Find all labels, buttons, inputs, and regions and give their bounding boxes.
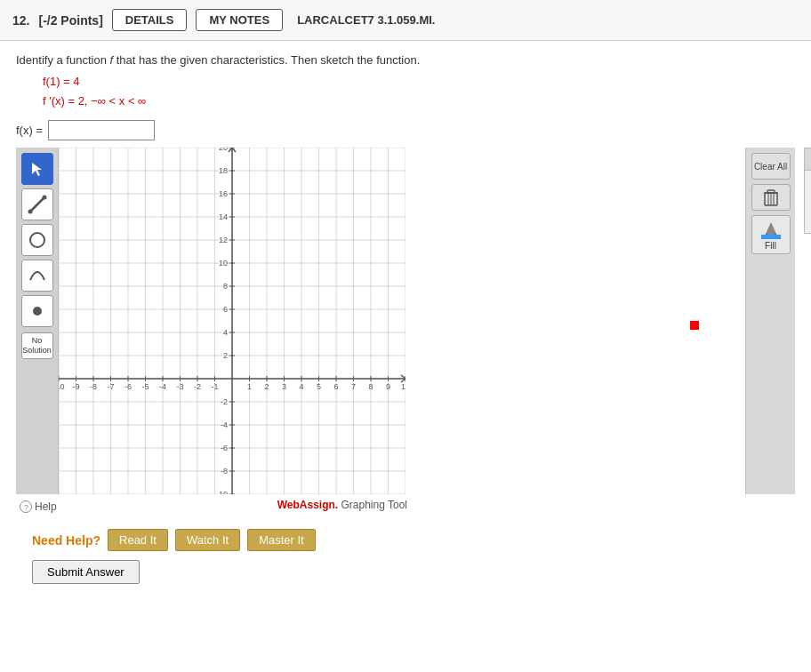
svg-text:?: ? <box>24 503 28 512</box>
circle-tool[interactable] <box>21 224 53 256</box>
graph-layers-header: Graph Layers « <box>805 148 811 171</box>
fx-label: f(x) = <box>16 124 43 137</box>
condition1: f(1) = 4 <box>43 72 795 92</box>
fx-row: f(x) = <box>16 120 795 140</box>
graph-canvas[interactable] <box>59 148 406 494</box>
curve-tool[interactable] <box>21 260 53 292</box>
fx-input[interactable] <box>48 120 155 140</box>
question-header: 12. [-/2 Points] DETAILS MY NOTES LARCAL… <box>0 0 811 41</box>
red-dot <box>690 321 699 330</box>
submit-row: Submit Answer <box>32 560 779 584</box>
condition2: f ′(x) = 2, −∞ < x < ∞ <box>43 92 795 111</box>
svg-point-2 <box>28 210 32 214</box>
details-button[interactable]: DETAILS <box>112 9 188 31</box>
master-it-button[interactable]: Master It <box>247 529 316 551</box>
watch-it-button[interactable]: Watch It <box>175 529 240 551</box>
svg-point-3 <box>42 196 46 200</box>
graph-right-panel: Clear All Fill <box>745 148 795 494</box>
clear-all-button[interactable]: Clear All <box>751 153 791 180</box>
graph-canvas-area <box>59 148 745 494</box>
question-code: LARCALCET7 3.1.059.MI. <box>297 13 435 27</box>
graph-layers-body: After you add an object to the graph you… <box>805 171 811 233</box>
question-instruction: Identify a function f that has the given… <box>16 53 795 67</box>
need-help-label: Need Help? <box>32 533 100 548</box>
select-tool[interactable] <box>21 153 53 185</box>
graph-caption: WebAssign. Graphing Tool <box>277 499 407 511</box>
read-it-button[interactable]: Read It <box>108 529 168 551</box>
fill-button[interactable]: Fill <box>751 215 791 254</box>
question-number: 12. <box>12 13 29 28</box>
graph-wrapper: No Solution Clear All <box>16 148 795 513</box>
help-link[interactable]: ? Help <box>20 500 57 513</box>
points-label: [-/2 Points] <box>38 13 102 28</box>
svg-rect-12 <box>761 235 781 239</box>
graph-row: No Solution Clear All <box>16 148 795 494</box>
delete-button[interactable] <box>751 184 791 211</box>
graph-tools: No Solution <box>16 148 59 494</box>
point-tool[interactable] <box>21 295 53 327</box>
no-solution-button[interactable]: No Solution <box>21 332 53 359</box>
need-help-row: Need Help? Read It Watch It Master It <box>32 529 779 551</box>
submit-button[interactable]: Submit Answer <box>32 560 140 584</box>
svg-marker-0 <box>32 163 42 176</box>
svg-point-4 <box>30 233 44 247</box>
line-tool[interactable] <box>21 188 53 220</box>
question-body: Identify a function f that has the given… <box>0 41 811 612</box>
svg-point-5 <box>33 307 42 316</box>
mynotes-button[interactable]: MY NOTES <box>196 9 283 31</box>
svg-line-1 <box>30 197 44 212</box>
graph-layers-panel: Graph Layers « After you add an object t… <box>804 148 811 234</box>
